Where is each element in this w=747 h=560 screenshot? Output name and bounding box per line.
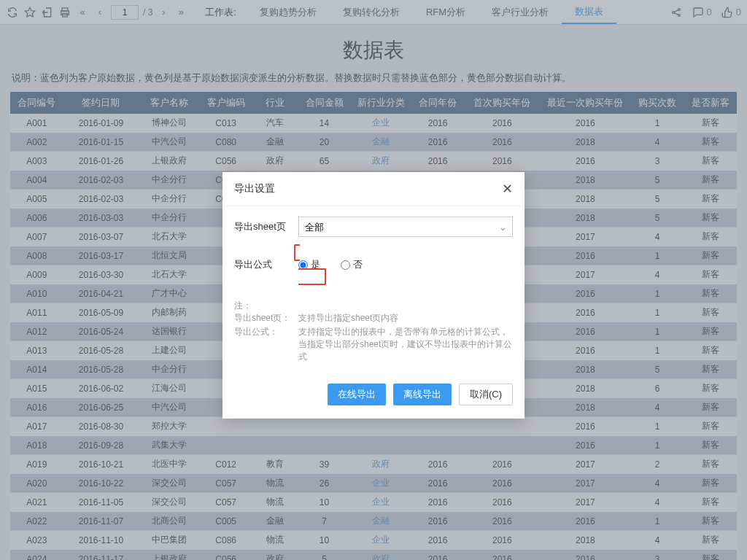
sheet-label: 导出sheet页 (234, 220, 298, 233)
radio-no-input[interactable] (341, 260, 350, 270)
modal-overlay: 导出设置 ✕ 导出sheet页 全部 ⌄ 导出公式 (0, 0, 747, 560)
formula-label: 导出公式 (234, 258, 298, 271)
close-icon[interactable]: ✕ (502, 181, 513, 197)
online-export-button[interactable]: 在线导出 (328, 384, 386, 405)
radio-no-label: 否 (353, 258, 363, 271)
dialog-title: 导出设置 (234, 182, 275, 195)
radio-yes-label: 是 (311, 258, 320, 271)
sheet-select[interactable]: 全部 (298, 217, 513, 237)
formula-highlight: 是 否 (294, 244, 513, 285)
help-block: 注： 导出sheet页：支持导出指定sheet页内容 导出公式：支持指定导出的报… (234, 292, 513, 373)
export-dialog: 导出设置 ✕ 导出sheet页 全部 ⌄ 导出公式 (222, 172, 525, 419)
cancel-button[interactable]: 取消(C) (459, 384, 513, 405)
offline-export-button[interactable]: 离线导出 (393, 384, 452, 405)
formula-yes-radio[interactable]: 是 (298, 258, 320, 271)
formula-no-radio[interactable]: 否 (341, 258, 363, 271)
radio-yes-input[interactable] (298, 260, 308, 270)
